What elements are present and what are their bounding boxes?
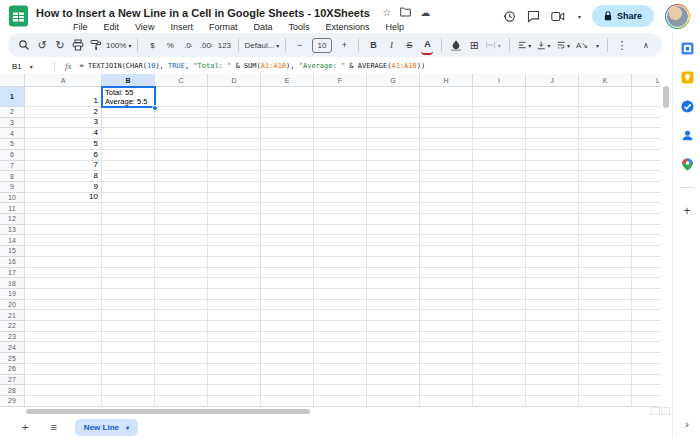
cell-G22[interactable] [367, 321, 420, 332]
cell-H10[interactable] [420, 193, 473, 204]
cell-K6[interactable] [579, 150, 632, 161]
cell-J7[interactable] [526, 161, 579, 172]
cell-B3[interactable] [102, 118, 155, 129]
cell-L6[interactable] [632, 150, 661, 161]
increase-decimal-button[interactable]: .00↓ [200, 36, 212, 54]
cell-J13[interactable] [526, 225, 579, 236]
cell-D4[interactable] [208, 128, 261, 139]
cell-B15[interactable] [102, 246, 155, 257]
cell-G1[interactable] [367, 87, 420, 107]
menu-item-tools[interactable]: Tools [285, 21, 312, 33]
cell-C1[interactable] [155, 87, 208, 107]
cell-K19[interactable] [579, 289, 632, 300]
menu-item-data[interactable]: Data [250, 21, 275, 33]
column-header-h[interactable]: H [420, 74, 473, 87]
cell-I5[interactable] [473, 139, 526, 150]
sheet-tab-new-line[interactable]: New Line ▾ [75, 419, 138, 436]
cell-L13[interactable] [632, 225, 661, 236]
cell-C2[interactable] [155, 107, 208, 118]
cell-B22[interactable] [102, 321, 155, 332]
cell-F3[interactable] [314, 118, 367, 129]
cell-G5[interactable] [367, 139, 420, 150]
cell-I23[interactable] [473, 332, 526, 343]
cell-B12[interactable] [102, 214, 155, 225]
cell-A15[interactable] [25, 246, 102, 257]
cell-K9[interactable] [579, 182, 632, 193]
cell-L10[interactable] [632, 193, 661, 204]
cell-K12[interactable] [579, 214, 632, 225]
cell-I22[interactable] [473, 321, 526, 332]
cell-D24[interactable] [208, 342, 261, 353]
print-icon[interactable] [72, 36, 84, 54]
cell-K16[interactable] [579, 257, 632, 268]
cell-L26[interactable] [632, 364, 661, 375]
keep-icon[interactable] [681, 71, 694, 84]
cell-H14[interactable] [420, 235, 473, 246]
cell-L2[interactable] [632, 107, 661, 118]
cell-E21[interactable] [261, 310, 314, 321]
cell-J16[interactable] [526, 257, 579, 268]
contacts-icon[interactable] [681, 129, 694, 142]
fill-color-icon[interactable] [450, 36, 462, 54]
row-header-1[interactable]: 1 [0, 87, 25, 107]
cell-K17[interactable] [579, 268, 632, 279]
cell-A25[interactable] [25, 353, 102, 364]
cell-H7[interactable] [420, 161, 473, 172]
cell-E10[interactable] [261, 193, 314, 204]
cell-I7[interactable] [473, 161, 526, 172]
cell-H9[interactable] [420, 182, 473, 193]
cell-D27[interactable] [208, 375, 261, 386]
cell-G23[interactable] [367, 332, 420, 343]
cell-B13[interactable] [102, 225, 155, 236]
row-header-20[interactable]: 20 [0, 300, 25, 311]
cell-A4[interactable]: 4 [25, 128, 102, 139]
text-rotation-icon[interactable]: A↘ [576, 36, 588, 54]
cell-K8[interactable] [579, 171, 632, 182]
cell-D19[interactable] [208, 289, 261, 300]
cell-K21[interactable] [579, 310, 632, 321]
cell-D18[interactable] [208, 278, 261, 289]
cell-E1[interactable] [261, 87, 314, 107]
cell-J3[interactable] [526, 118, 579, 129]
cell-G25[interactable] [367, 353, 420, 364]
cell-B19[interactable] [102, 289, 155, 300]
cell-I13[interactable] [473, 225, 526, 236]
cell-H15[interactable] [420, 246, 473, 257]
cell-B11[interactable] [102, 203, 155, 214]
cell-B26[interactable] [102, 364, 155, 375]
cell-G16[interactable] [367, 257, 420, 268]
cell-K2[interactable] [579, 107, 632, 118]
cell-F8[interactable] [314, 171, 367, 182]
cell-A23[interactable] [25, 332, 102, 343]
cell-G4[interactable] [367, 128, 420, 139]
cell-B16[interactable] [102, 257, 155, 268]
cell-J8[interactable] [526, 171, 579, 182]
cell-F24[interactable] [314, 342, 367, 353]
menu-item-view[interactable]: View [132, 21, 157, 33]
row-header-7[interactable]: 7 [0, 161, 25, 172]
horizontal-scroll-thumb[interactable] [26, 409, 310, 414]
cell-K20[interactable] [579, 300, 632, 311]
cell-I28[interactable] [473, 385, 526, 396]
cell-G26[interactable] [367, 364, 420, 375]
cell-C8[interactable] [155, 171, 208, 182]
cell-K13[interactable] [579, 225, 632, 236]
search-icon[interactable] [18, 36, 30, 54]
undo-icon[interactable]: ↺ [36, 36, 48, 54]
cell-B20[interactable] [102, 300, 155, 311]
cell-K28[interactable] [579, 385, 632, 396]
cell-K23[interactable] [579, 332, 632, 343]
cell-I25[interactable] [473, 353, 526, 364]
cell-J2[interactable] [526, 107, 579, 118]
cell-B14[interactable] [102, 235, 155, 246]
vertical-scroll-thumb[interactable] [663, 86, 669, 108]
cell-I8[interactable] [473, 171, 526, 182]
cell-C3[interactable] [155, 118, 208, 129]
text-wrap-icon[interactable]: ▾ [557, 36, 570, 54]
cell-F29[interactable] [314, 396, 367, 407]
row-header-29[interactable]: 29 [0, 396, 25, 407]
cell-D13[interactable] [208, 225, 261, 236]
row-header-23[interactable]: 23 [0, 332, 25, 343]
cell-I14[interactable] [473, 235, 526, 246]
cell-A7[interactable]: 7 [25, 161, 102, 172]
